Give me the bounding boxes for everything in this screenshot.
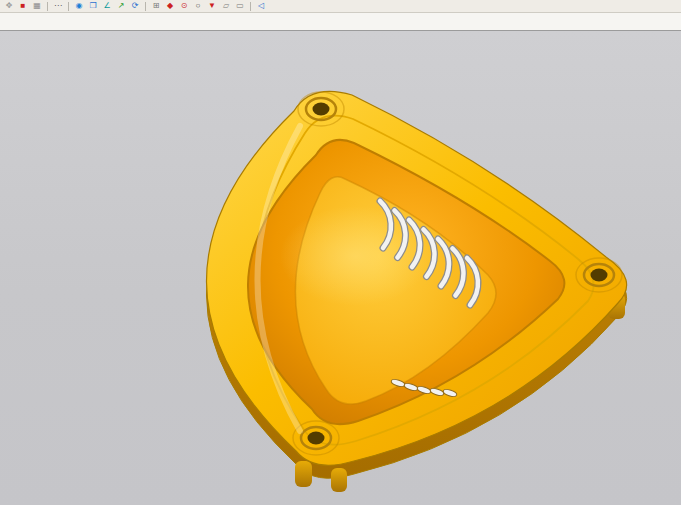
secondary-toolbar-strip bbox=[0, 13, 681, 31]
orbit-sphere-icon[interactable]: ◉ bbox=[73, 1, 85, 11]
circle-tool-icon[interactable]: ○ bbox=[192, 1, 204, 11]
corner-boss-right bbox=[576, 258, 622, 292]
toolbar-separator bbox=[145, 2, 146, 11]
toolbar-separator bbox=[47, 2, 48, 11]
toolbar-separator bbox=[250, 2, 251, 11]
plane-tool-icon[interactable]: ▱ bbox=[220, 1, 232, 11]
corner-boss-top bbox=[298, 92, 344, 126]
grid-table-icon[interactable]: ▦ bbox=[31, 1, 43, 11]
pan-tool-icon[interactable]: ✥ bbox=[3, 1, 15, 11]
corner-hole bbox=[313, 103, 330, 116]
rotate-view-icon[interactable]: ⟳ bbox=[129, 1, 141, 11]
graphics-viewport[interactable] bbox=[0, 31, 681, 505]
toolbar-separator bbox=[68, 2, 69, 11]
back-arrow-icon[interactable]: ◁ bbox=[255, 1, 267, 11]
target-snap-icon[interactable]: ⊙ bbox=[178, 1, 190, 11]
part-foot bbox=[295, 461, 312, 487]
axis-arrow-icon[interactable]: ↗ bbox=[115, 1, 127, 11]
point-snap-icon[interactable]: ⊞ bbox=[150, 1, 162, 11]
dropper-icon[interactable]: ▼ bbox=[206, 1, 218, 11]
box-select-icon[interactable]: ▭ bbox=[234, 1, 246, 11]
corner-hole bbox=[308, 432, 325, 445]
top-toolbar: ✥ ■ ▦ ⋯ ◉ ❒ ∠ ↗ ⟳ ⊞ ◆ ⊙ ○ ▼ ▱ ▭ ◁ bbox=[0, 0, 681, 13]
more-options-icon[interactable]: ⋯ bbox=[52, 1, 64, 11]
datum-point-icon[interactable]: ◆ bbox=[164, 1, 176, 11]
view-cube-icon[interactable]: ❒ bbox=[87, 1, 99, 11]
part-foot bbox=[331, 468, 347, 492]
stop-record-icon[interactable]: ■ bbox=[17, 1, 29, 11]
corner-hole bbox=[591, 269, 608, 282]
3d-model-part[interactable] bbox=[206, 91, 626, 492]
csys-icon[interactable]: ∠ bbox=[101, 1, 113, 11]
viewport-canvas[interactable] bbox=[0, 31, 681, 505]
